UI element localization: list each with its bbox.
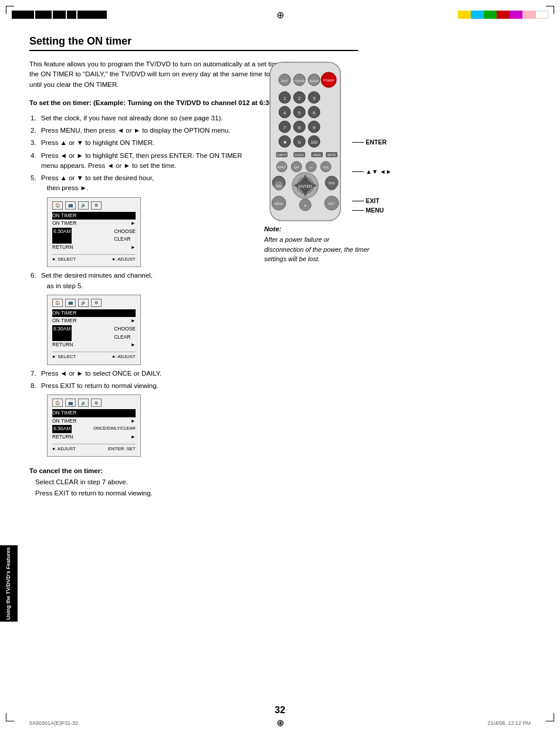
page-number: 32	[275, 705, 285, 716]
black-block-1	[12, 11, 34, 19]
corner-br	[546, 713, 554, 721]
svg-text:8: 8	[298, 125, 301, 130]
svg-text:2: 2	[298, 96, 301, 101]
step-1-text: Set the clock, if you have not already d…	[41, 114, 222, 122]
black-block-3	[53, 11, 66, 19]
svg-text:CH: CH	[294, 166, 299, 169]
menu-annotation: MENU	[352, 207, 393, 214]
svg-text:5: 5	[298, 110, 301, 116]
icon-2-4: ⚙	[91, 299, 102, 307]
icon-2-2: 📺	[65, 299, 76, 307]
step-5: 5. Press ▲ or ▼ to set the desired hour,…	[29, 173, 252, 194]
svg-text:+/-: +/-	[309, 166, 313, 169]
step-7: 7. Press ◄ or ► to select ONCE or DAILY.	[29, 369, 252, 379]
screen-1-row1: ON TIMER ►	[52, 220, 136, 228]
icon-3-4: ⚙	[91, 399, 102, 407]
svg-text:SUBTIT: SUBTIT	[276, 153, 287, 157]
icon-4: ⚙	[91, 201, 102, 210]
screen-1-footer: ●: SELECT ●: ADJUST	[52, 254, 136, 264]
step-8: 8. Press EXIT to return to normal viewin…	[29, 381, 252, 391]
top-crosshair: ⊕	[274, 9, 286, 21]
screen-2-row2: 6:30AM CHOOSECLEAR	[52, 325, 136, 341]
content-layout: This feature allows you to program the T…	[29, 59, 531, 498]
side-tab-text: Using the TV/DVD's Features	[5, 547, 12, 620]
remote-column: EXIT TV/DVD SLEEP POWER 1 2 3 4 5 6	[264, 59, 393, 498]
screen-3-icons: 🏠 📺 🔊 ⚙	[52, 399, 136, 407]
svg-text:⊕: ⊕	[304, 204, 306, 207]
arrows-label: ▲▼ ◄►	[366, 168, 392, 175]
main-content: Setting the ON timer This feature allows…	[29, 35, 531, 710]
enter-annotation: ENTER	[352, 139, 393, 146]
svg-text:3: 3	[313, 96, 316, 101]
screen-3-row2: 6:30AM ONCE/DAILY/CLEAR	[52, 425, 136, 433]
screen-1-row3: RETURN ►	[52, 244, 136, 252]
arrows-annotation: ▲▼ ◄►	[352, 168, 393, 175]
screen-2-row3: RETURN ►	[52, 341, 136, 349]
svg-text:9: 9	[313, 125, 316, 130]
footer-center: 32	[277, 720, 283, 726]
arrows-line	[352, 171, 364, 172]
screen-1-icons: 🏠 📺 🔊 ⚙	[52, 201, 136, 210]
top-color-bar	[458, 11, 548, 19]
menu-line	[352, 210, 364, 211]
svg-text:ENTER: ENTER	[298, 184, 312, 188]
color-cyan	[471, 11, 484, 19]
screen-2-footer: ●: SELECT ●: ADJUST	[52, 352, 136, 361]
screen-3-row1: ON TIMER ►	[52, 417, 136, 426]
page-title: Setting the ON timer	[29, 35, 358, 51]
step-6-text: Set the desired minutes and channel, as …	[41, 272, 153, 289]
icon-2: 📺	[65, 201, 76, 210]
icon-1: 🏠	[52, 201, 63, 210]
step-7-text: Press ◄ or ► to select ONCE or DAILY.	[41, 370, 161, 377]
annotations: ENTER ▲▼ ◄► EXIT MENU	[352, 71, 393, 214]
svg-text:AUDIO: AUDIO	[295, 153, 304, 157]
note-title: Note:	[264, 225, 370, 232]
screen-2-icons: 🏠 📺 🔊 ⚙	[52, 299, 136, 307]
svg-text:VOL: VOL	[323, 166, 329, 169]
side-tab: Using the TV/DVD's Features	[0, 545, 18, 622]
cancel-section: To cancel the on timer: Select CLEAR in …	[29, 467, 276, 498]
black-block-4	[67, 11, 76, 19]
exit-line	[352, 201, 364, 201]
step-3-text: Press ▲ or ▼ to highlight ON TIMER.	[41, 139, 154, 146]
icon-3-1: 🏠	[52, 399, 63, 407]
screen-2-row1: ON TIMER ►	[52, 317, 136, 325]
step-3: 3. Press ▲ or ▼ to highlight ON TIMER.	[29, 138, 252, 148]
screen-3-row3: RETURN ►	[52, 433, 136, 441]
screen-2: 🏠 📺 🔊 ⚙ ON TIMER ON TIMER ► 6:30AM CHOOS…	[47, 295, 141, 365]
icon-2-3: 🔊	[78, 299, 89, 307]
black-block-5	[77, 11, 107, 19]
exit-annotation: EXIT	[352, 197, 393, 204]
enter-label: ENTER	[366, 139, 387, 146]
icon-2-1: 🏠	[52, 299, 63, 307]
footer-left: 5X60301A(E)P31-32	[29, 720, 78, 726]
svg-text:TV/DVD: TV/DVD	[294, 79, 305, 83]
cancel-heading: To cancel the on timer:	[29, 467, 276, 474]
black-block-2	[35, 11, 52, 19]
footer-right: 21/4/06, 12:12 PM	[487, 720, 531, 726]
step-2: 2. Press MENU, then press ◄ or ► to disp…	[29, 126, 252, 136]
svg-text:DVD: DVD	[329, 181, 335, 185]
steps-column: This feature allows you to program the T…	[29, 59, 252, 498]
screen-3: 🏠 📺 🔊 ⚙ ON TIMER ON TIMER ► 6:30AM ONCE/…	[47, 394, 141, 457]
screen-2-row-title: ON TIMER	[52, 309, 136, 318]
svg-text:7: 7	[284, 125, 286, 130]
step-4-text: Press ◄ or ► to highlight SET, then pres…	[41, 152, 242, 169]
svg-text:INPUT: INPUT	[278, 166, 286, 169]
svg-text:EXIT: EXIT	[328, 202, 335, 205]
svg-text:1: 1	[284, 96, 286, 101]
color-magenta	[510, 11, 522, 19]
svg-text:100: 100	[311, 140, 318, 144]
color-yellow	[458, 11, 471, 19]
color-green	[484, 11, 497, 19]
svg-text:POWER: POWER	[323, 79, 335, 82]
screen-1: 🏠 📺 🔊 ⚙ ON TIMER ON TIMER ► 6:30AM CHOOS…	[47, 197, 141, 268]
icon-3-3: 🔊	[78, 399, 89, 407]
remote-control-svg: EXIT TV/DVD SLEEP POWER 1 2 3 4 5 6	[264, 59, 361, 230]
svg-text:SLEEP: SLEEP	[309, 79, 319, 83]
screen-3-row-title: ON TIMER	[52, 409, 136, 417]
step-5-text: Press ▲ or ▼ to set the desired hour, th…	[41, 174, 154, 191]
svg-text:HEAD: HEAD	[313, 153, 321, 157]
svg-text:4: 4	[284, 110, 286, 116]
color-white	[535, 11, 548, 19]
